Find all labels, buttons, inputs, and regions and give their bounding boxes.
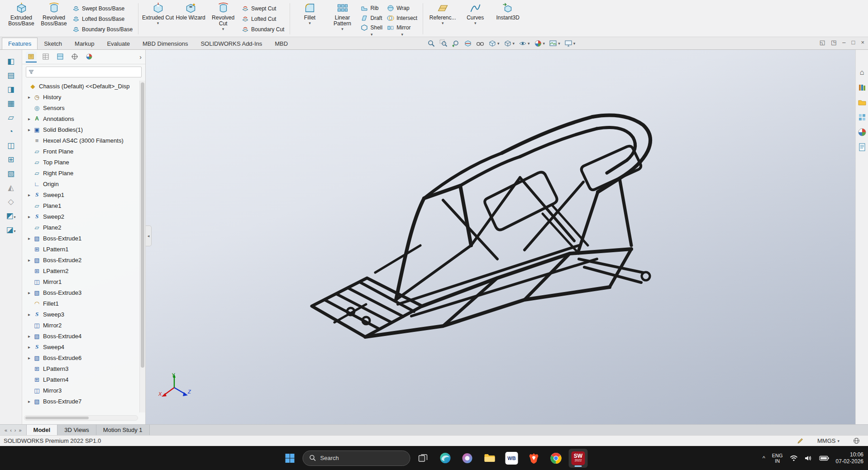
- dropdown-caret-icon[interactable]: ▾: [222, 27, 224, 31]
- dropdown-caret-icon[interactable]: ▾: [558, 42, 560, 46]
- curves-button[interactable]: Curves ▾: [459, 1, 491, 37]
- status-globe-icon[interactable]: [853, 437, 860, 444]
- taskbar-search[interactable]: Search: [303, 451, 410, 466]
- lofted-boss-base-button[interactable]: Lofted Boss/Base: [70, 14, 135, 24]
- expand-arrow-icon[interactable]: ▸: [26, 95, 33, 100]
- apply-scene-button[interactable]: ▾: [549, 39, 560, 48]
- dock-right-icon[interactable]: ◳: [831, 39, 836, 46]
- expand-arrow-icon[interactable]: ▸: [26, 312, 33, 317]
- expand-arrow-icon[interactable]: ▸: [26, 192, 33, 197]
- chrome-icon[interactable]: [547, 449, 566, 468]
- appearances-icon[interactable]: [858, 128, 867, 137]
- edge-icon[interactable]: [436, 449, 455, 468]
- volume-icon[interactable]: [805, 455, 812, 461]
- tab-features[interactable]: Features: [2, 38, 38, 49]
- display-manager-tab[interactable]: [84, 52, 95, 62]
- tab-sketch[interactable]: Sketch: [38, 38, 68, 49]
- expand-arrow-icon[interactable]: ▸: [26, 334, 33, 339]
- previous-tab-icon[interactable]: ‹: [10, 427, 12, 433]
- tree-item-annotations[interactable]: ▸AAnnotations: [23, 113, 138, 124]
- tree-item-lpattern3[interactable]: ⊞LPattern3: [23, 363, 138, 374]
- design-library-icon[interactable]: [858, 83, 867, 92]
- tree-item-right-plane[interactable]: ▱Right Plane: [23, 168, 138, 178]
- draft-button[interactable]: Draft: [358, 13, 385, 23]
- tab-solidworks-add-ins[interactable]: SOLIDWORKS Add-Ins: [194, 38, 268, 49]
- wifi-icon[interactable]: [790, 455, 798, 461]
- zoom-to-area-button[interactable]: [439, 39, 448, 48]
- tree-item-sweep3[interactable]: ▸SSweep3: [23, 309, 138, 320]
- tree-item-plane1[interactable]: ▱Plane1: [23, 200, 138, 211]
- lofted-cut-button[interactable]: Lofted Cut: [239, 14, 286, 24]
- zoom-to-fit-button[interactable]: [427, 39, 435, 48]
- tree-item-fillet1[interactable]: ◠Fillet1: [23, 298, 138, 309]
- expand-arrow-icon[interactable]: ▸: [26, 236, 33, 241]
- reference-geometry-button[interactable]: Referenc... ▾: [426, 1, 459, 37]
- tree-root-item[interactable]: ◆Chassis (Default) <<Default>_Disp: [23, 81, 138, 91]
- instant3d-button[interactable]: Instant3D: [491, 1, 524, 37]
- custom-properties-icon[interactable]: [858, 143, 867, 152]
- view-orientation-button[interactable]: ▾: [488, 39, 500, 48]
- start-button[interactable]: [281, 449, 300, 468]
- dock-left-icon[interactable]: ◱: [820, 39, 825, 46]
- tree-vertical-scrollbar[interactable]: [139, 81, 145, 412]
- tool-icon-1[interactable]: ◧: [4, 57, 18, 66]
- tree-item-mirror2[interactable]: ◫Mirror2: [23, 320, 138, 331]
- tab-mbd-dimensions[interactable]: MBD Dimensions: [136, 38, 194, 49]
- tree-item-solid-bodies[interactable]: ▸▣Solid Bodies(1): [23, 124, 138, 135]
- dropdown-caret-icon[interactable]: ▾: [358, 33, 385, 37]
- wrap-button[interactable]: Wrap: [385, 3, 420, 13]
- extruded-boss-base-button[interactable]: Extruded Boss/Base: [5, 1, 38, 37]
- file-explorer-icon[interactable]: [858, 98, 867, 107]
- language-indicator[interactable]: ENGIN: [772, 453, 783, 464]
- revolved-cut-button[interactable]: Revolved Cut ▾: [207, 1, 239, 37]
- tree-item-boss-extrude1[interactable]: ▸▧Boss-Extrude1: [23, 233, 138, 244]
- tool-icon-6[interactable]: ◔: [4, 127, 18, 136]
- swept-cut-button[interactable]: Swept Cut: [239, 3, 286, 14]
- expand-arrow-icon[interactable]: ▸: [26, 345, 33, 350]
- section-view-button[interactable]: [464, 39, 472, 48]
- tree-item-lpattern2[interactable]: ⊞LPattern2: [23, 265, 138, 276]
- tree-item-sweep4[interactable]: ▸SSweep4: [23, 341, 138, 352]
- expand-arrow-icon[interactable]: ▸: [26, 127, 33, 132]
- tree-item-boss-extrude3[interactable]: ▸▧Boss-Extrude3: [23, 287, 138, 298]
- dropdown-caret-icon[interactable]: ▾: [157, 21, 159, 25]
- expand-arrow-icon[interactable]: ▸: [26, 116, 33, 121]
- tab-evaluate[interactable]: Evaluate: [100, 38, 136, 49]
- dropdown-caret-icon[interactable]: ▾: [528, 42, 530, 46]
- tree-item-boss-extrude6[interactable]: ▸▧Boss-Extrude6: [23, 352, 138, 363]
- hide-show-items-button[interactable]: ▾: [519, 39, 530, 48]
- swept-boss-base-button[interactable]: Swept Boss/Base: [70, 3, 135, 14]
- tab-3d-views[interactable]: 3D Views: [57, 425, 96, 435]
- tool-icon-9[interactable]: ▧: [4, 169, 18, 178]
- next-tab-icon[interactable]: ›: [14, 427, 16, 433]
- intersect-button[interactable]: Intersect: [385, 13, 420, 23]
- tool-icon-8[interactable]: ⊞: [4, 155, 18, 164]
- dropdown-caret-icon[interactable]: ▾: [497, 42, 500, 46]
- dropdown-caret-icon[interactable]: ▾: [442, 21, 444, 25]
- tree-item-sweep1[interactable]: ▸SSweep1: [23, 189, 138, 200]
- tree-item-sensors[interactable]: ◎Sensors: [23, 102, 138, 113]
- tool-icon-5[interactable]: ▱: [4, 113, 18, 122]
- shell-button[interactable]: Shell: [358, 23, 385, 33]
- tool-icon-2[interactable]: ▤: [4, 71, 18, 80]
- tray-chevron-icon[interactable]: ^: [763, 455, 765, 461]
- last-tab-icon[interactable]: »: [19, 427, 21, 433]
- dimxpert-manager-tab[interactable]: [69, 52, 80, 62]
- dropdown-caret-icon[interactable]: ▾: [573, 42, 576, 46]
- dropdown-caret-icon[interactable]: ▾: [543, 42, 545, 46]
- tree-item-history[interactable]: ▸◷History: [23, 91, 138, 102]
- tree-item-mirror3[interactable]: ◫Mirror3: [23, 385, 138, 396]
- tool-icon-7[interactable]: ◫: [4, 141, 18, 150]
- tool-icon-10[interactable]: ◭: [4, 183, 18, 192]
- dropdown-caret-icon[interactable]: ▾: [474, 21, 477, 25]
- tree-item-front-plane[interactable]: ▱Front Plane: [23, 146, 138, 157]
- configuration-manager-tab[interactable]: [55, 52, 66, 62]
- expand-arrow-icon[interactable]: ▸: [26, 355, 33, 360]
- linear-pattern-button[interactable]: Linear Pattern ▾: [326, 1, 358, 37]
- home-icon[interactable]: ⌂: [858, 68, 867, 77]
- tree-item-mirror1[interactable]: ◫Mirror1: [23, 276, 138, 287]
- tree-horizontal-scrollbar[interactable]: [24, 415, 138, 421]
- tool-icon-12[interactable]: ◩▾: [4, 211, 18, 221]
- clock[interactable]: 10:0607-02-2026: [836, 451, 863, 465]
- display-style-button[interactable]: ▾: [504, 39, 515, 48]
